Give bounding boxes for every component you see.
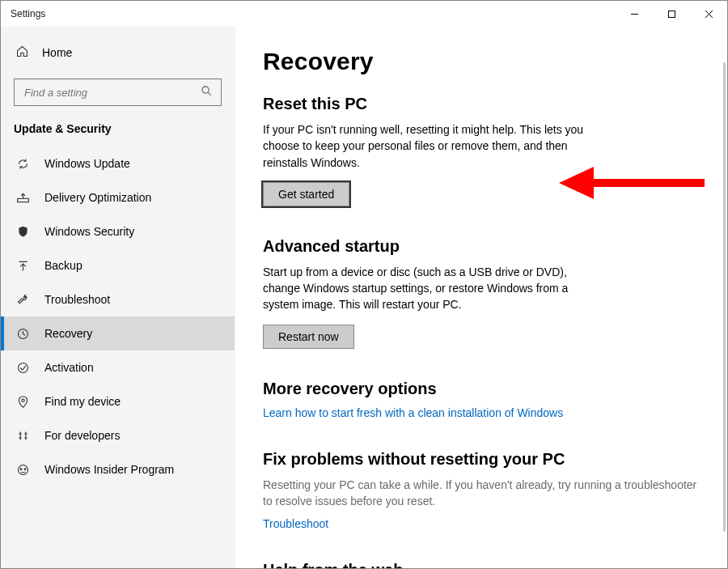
reset-heading: Reset this PC	[263, 95, 700, 113]
minimize-button[interactable]	[616, 1, 653, 27]
sidebar-item-delivery-optimization[interactable]: Delivery Optimization	[1, 180, 235, 214]
home-nav[interactable]: Home	[1, 36, 235, 69]
more-heading: More recovery options	[263, 380, 700, 398]
fix-heading: Fix problems without resetting your PC	[263, 450, 700, 469]
svg-rect-1	[668, 11, 675, 17]
sidebar-list: Windows Update Delivery Optimization Win…	[1, 146, 235, 486]
help-heading: Help from the web	[263, 561, 700, 568]
maximize-button[interactable]	[653, 1, 690, 27]
troubleshoot-link[interactable]: Troubleshoot	[263, 517, 328, 530]
home-icon	[15, 45, 29, 61]
get-started-button[interactable]: Get started	[263, 182, 349, 206]
sidebar: Home Update & Security Windows Update	[1, 27, 235, 568]
sidebar-item-label: Find my device	[44, 395, 121, 408]
page-title: Recovery	[263, 48, 700, 75]
sidebar-item-activation[interactable]: Activation	[1, 350, 235, 384]
backup-icon	[15, 258, 30, 273]
sidebar-item-windows-security[interactable]: Windows Security	[1, 214, 235, 248]
fix-description: Resetting your PC can take a while. If y…	[263, 477, 700, 510]
svg-rect-6	[17, 198, 28, 202]
advanced-description: Start up from a device or disc (such as …	[263, 264, 603, 313]
home-label: Home	[42, 46, 72, 59]
svg-line-5	[208, 92, 210, 95]
sidebar-item-find-my-device[interactable]: Find my device	[1, 384, 235, 418]
svg-point-8	[18, 363, 28, 372]
section-heading: Update & Security	[1, 117, 235, 146]
sidebar-item-label: Troubleshoot	[44, 293, 110, 306]
insider-icon	[15, 462, 30, 477]
sidebar-item-windows-insider[interactable]: Windows Insider Program	[1, 452, 235, 486]
sidebar-item-label: For developers	[44, 429, 120, 442]
svg-point-12	[24, 468, 26, 469]
sync-icon	[15, 156, 30, 171]
search-box[interactable]	[14, 79, 222, 106]
shield-icon	[15, 224, 30, 239]
sidebar-item-recovery[interactable]: Recovery	[1, 316, 235, 350]
settings-window: Settings Home Update & Securi	[0, 0, 728, 569]
sidebar-item-troubleshoot[interactable]: Troubleshoot	[1, 282, 235, 316]
advanced-heading: Advanced startup	[263, 237, 700, 256]
reset-description: If your PC isn't running well, resetting…	[263, 121, 603, 171]
svg-point-11	[20, 468, 22, 469]
svg-point-4	[202, 87, 209, 93]
close-button[interactable]	[690, 1, 727, 27]
wrench-icon	[15, 292, 30, 307]
check-circle-icon	[15, 360, 30, 375]
sidebar-item-backup[interactable]: Backup	[1, 248, 235, 282]
main-content: Recovery Reset this PC If your PC isn't …	[235, 27, 727, 568]
svg-point-10	[18, 465, 28, 474]
sidebar-item-windows-update[interactable]: Windows Update	[1, 146, 235, 180]
window-title: Settings	[11, 8, 45, 19]
delivery-icon	[15, 190, 30, 205]
svg-point-9	[21, 399, 23, 401]
location-icon	[15, 394, 30, 409]
sidebar-item-label: Recovery	[44, 327, 92, 340]
developer-icon	[15, 428, 30, 443]
search-input[interactable]	[23, 86, 201, 100]
sidebar-item-label: Windows Update	[44, 157, 130, 170]
search-icon	[201, 85, 213, 100]
window-controls	[616, 1, 727, 27]
sidebar-item-for-developers[interactable]: For developers	[1, 418, 235, 452]
restart-now-button[interactable]: Restart now	[263, 325, 354, 349]
sidebar-item-label: Windows Security	[44, 225, 134, 238]
sidebar-item-label: Activation	[44, 361, 94, 374]
sidebar-item-label: Windows Insider Program	[44, 463, 174, 476]
recovery-icon	[15, 326, 30, 341]
fresh-start-link[interactable]: Learn how to start fresh with a clean in…	[263, 406, 563, 419]
sidebar-item-label: Delivery Optimization	[44, 191, 151, 204]
sidebar-item-label: Backup	[44, 259, 83, 272]
